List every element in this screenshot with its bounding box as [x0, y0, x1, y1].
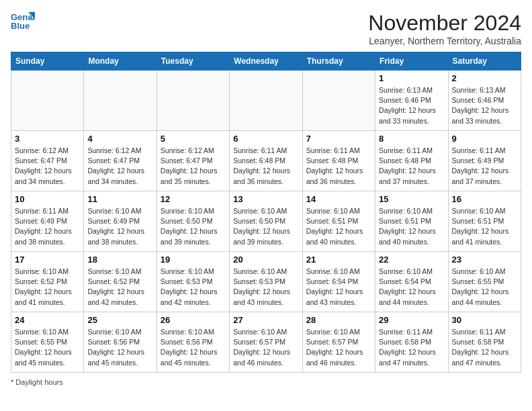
- day-number: 16: [452, 194, 517, 204]
- day-number: 6: [233, 134, 298, 144]
- column-header-wednesday: Wednesday: [230, 52, 302, 71]
- day-info: Sunrise: 6:10 AM Sunset: 6:55 PM Dayligh…: [452, 267, 517, 308]
- day-number: 19: [161, 255, 226, 265]
- day-cell: 29Sunrise: 6:11 AM Sunset: 6:58 PM Dayli…: [375, 312, 448, 373]
- column-header-tuesday: Tuesday: [157, 52, 229, 71]
- day-number: 13: [233, 194, 298, 204]
- day-cell: 9Sunrise: 6:11 AM Sunset: 6:49 PM Daylig…: [448, 131, 521, 191]
- day-number: 3: [15, 134, 80, 144]
- day-cell: 30Sunrise: 6:11 AM Sunset: 6:58 PM Dayli…: [448, 312, 521, 373]
- day-number: 25: [87, 315, 152, 325]
- day-info: Sunrise: 6:11 AM Sunset: 6:48 PM Dayligh…: [233, 146, 298, 187]
- day-number: 1: [379, 73, 444, 83]
- day-cell: 28Sunrise: 6:10 AM Sunset: 6:57 PM Dayli…: [302, 312, 375, 373]
- day-info: Sunrise: 6:12 AM Sunset: 6:47 PM Dayligh…: [87, 146, 152, 187]
- day-info: Sunrise: 6:10 AM Sunset: 6:52 PM Dayligh…: [15, 267, 80, 308]
- day-cell: 13Sunrise: 6:10 AM Sunset: 6:50 PM Dayli…: [230, 191, 302, 252]
- day-cell: 14Sunrise: 6:10 AM Sunset: 6:51 PM Dayli…: [302, 191, 375, 252]
- day-info: Sunrise: 6:10 AM Sunset: 6:52 PM Dayligh…: [87, 267, 152, 308]
- day-info: Sunrise: 6:10 AM Sunset: 6:50 PM Dayligh…: [161, 206, 226, 247]
- day-number: 9: [452, 134, 517, 144]
- week-row-4: 17Sunrise: 6:10 AM Sunset: 6:52 PM Dayli…: [11, 252, 521, 312]
- day-cell: [11, 71, 84, 131]
- day-info: Sunrise: 6:10 AM Sunset: 6:51 PM Dayligh…: [306, 206, 371, 247]
- title-section: November 2024 Leanyer, Northern Territor…: [368, 11, 521, 46]
- logo-icon: General Blue: [11, 11, 35, 31]
- footer-text: Daylight hours: [15, 378, 62, 386]
- day-cell: [157, 71, 229, 131]
- day-number: 29: [379, 315, 444, 325]
- day-info: Sunrise: 6:13 AM Sunset: 6:46 PM Dayligh…: [452, 85, 517, 126]
- day-cell: 27Sunrise: 6:10 AM Sunset: 6:57 PM Dayli…: [230, 312, 302, 373]
- day-info: Sunrise: 6:10 AM Sunset: 6:53 PM Dayligh…: [161, 267, 226, 308]
- column-header-friday: Friday: [375, 52, 448, 71]
- calendar-header-row: SundayMondayTuesdayWednesdayThursdayFrid…: [11, 52, 521, 71]
- day-cell: [302, 71, 375, 131]
- day-info: Sunrise: 6:10 AM Sunset: 6:53 PM Dayligh…: [233, 267, 298, 308]
- day-info: Sunrise: 6:13 AM Sunset: 6:46 PM Dayligh…: [379, 85, 444, 126]
- day-number: 18: [87, 255, 152, 265]
- calendar-body: 1Sunrise: 6:13 AM Sunset: 6:46 PM Daylig…: [11, 71, 521, 373]
- location-subtitle: Leanyer, Northern Territory, Australia: [368, 36, 521, 46]
- day-number: 22: [379, 255, 444, 265]
- day-info: Sunrise: 6:12 AM Sunset: 6:47 PM Dayligh…: [15, 146, 80, 187]
- day-cell: 4Sunrise: 6:12 AM Sunset: 6:47 PM Daylig…: [84, 131, 157, 191]
- day-number: 11: [87, 194, 152, 204]
- day-cell: 25Sunrise: 6:10 AM Sunset: 6:56 PM Dayli…: [84, 312, 157, 373]
- day-info: Sunrise: 6:10 AM Sunset: 6:54 PM Dayligh…: [379, 267, 444, 308]
- footer-note: * Daylight hours: [11, 378, 521, 386]
- day-cell: 22Sunrise: 6:10 AM Sunset: 6:54 PM Dayli…: [375, 252, 448, 312]
- week-row-3: 10Sunrise: 6:11 AM Sunset: 6:49 PM Dayli…: [11, 191, 521, 252]
- day-number: 17: [15, 255, 80, 265]
- day-cell: 26Sunrise: 6:10 AM Sunset: 6:56 PM Dayli…: [157, 312, 229, 373]
- day-number: 10: [15, 194, 80, 204]
- logo: General Blue: [11, 11, 35, 31]
- calendar-table: SundayMondayTuesdayWednesdayThursdayFrid…: [11, 52, 521, 373]
- day-cell: 8Sunrise: 6:11 AM Sunset: 6:48 PM Daylig…: [375, 131, 448, 191]
- day-cell: 21Sunrise: 6:10 AM Sunset: 6:54 PM Dayli…: [302, 252, 375, 312]
- day-cell: 18Sunrise: 6:10 AM Sunset: 6:52 PM Dayli…: [84, 252, 157, 312]
- week-row-2: 3Sunrise: 6:12 AM Sunset: 6:47 PM Daylig…: [11, 131, 521, 191]
- page-header: General Blue November 2024 Leanyer, Nort…: [11, 11, 521, 46]
- day-info: Sunrise: 6:10 AM Sunset: 6:54 PM Dayligh…: [306, 267, 371, 308]
- day-info: Sunrise: 6:12 AM Sunset: 6:47 PM Dayligh…: [161, 146, 226, 187]
- day-number: 8: [379, 134, 444, 144]
- day-cell: 1Sunrise: 6:13 AM Sunset: 6:46 PM Daylig…: [375, 71, 448, 131]
- svg-text:Blue: Blue: [11, 21, 30, 31]
- day-number: 14: [306, 194, 371, 204]
- day-number: 4: [87, 134, 152, 144]
- day-cell: 5Sunrise: 6:12 AM Sunset: 6:47 PM Daylig…: [157, 131, 229, 191]
- day-cell: 2Sunrise: 6:13 AM Sunset: 6:46 PM Daylig…: [448, 71, 521, 131]
- day-info: Sunrise: 6:11 AM Sunset: 6:49 PM Dayligh…: [452, 146, 517, 187]
- day-number: 30: [452, 315, 517, 325]
- day-info: Sunrise: 6:10 AM Sunset: 6:51 PM Dayligh…: [379, 206, 444, 247]
- day-cell: 12Sunrise: 6:10 AM Sunset: 6:50 PM Dayli…: [157, 191, 229, 252]
- day-cell: 23Sunrise: 6:10 AM Sunset: 6:55 PM Dayli…: [448, 252, 521, 312]
- day-info: Sunrise: 6:11 AM Sunset: 6:49 PM Dayligh…: [15, 206, 80, 247]
- day-number: 20: [233, 255, 298, 265]
- week-row-1: 1Sunrise: 6:13 AM Sunset: 6:46 PM Daylig…: [11, 71, 521, 131]
- day-cell: 15Sunrise: 6:10 AM Sunset: 6:51 PM Dayli…: [375, 191, 448, 252]
- day-cell: 24Sunrise: 6:10 AM Sunset: 6:55 PM Dayli…: [11, 312, 84, 373]
- month-title: November 2024: [368, 11, 521, 36]
- day-info: Sunrise: 6:10 AM Sunset: 6:57 PM Dayligh…: [233, 327, 298, 368]
- day-number: 26: [161, 315, 226, 325]
- column-header-monday: Monday: [84, 52, 157, 71]
- day-info: Sunrise: 6:10 AM Sunset: 6:50 PM Dayligh…: [233, 206, 298, 247]
- week-row-5: 24Sunrise: 6:10 AM Sunset: 6:55 PM Dayli…: [11, 312, 521, 373]
- day-number: 12: [161, 194, 226, 204]
- day-info: Sunrise: 6:10 AM Sunset: 6:56 PM Dayligh…: [87, 327, 152, 368]
- day-number: 24: [15, 315, 80, 325]
- day-number: 27: [233, 315, 298, 325]
- day-info: Sunrise: 6:11 AM Sunset: 6:48 PM Dayligh…: [379, 146, 444, 187]
- day-number: 21: [306, 255, 371, 265]
- day-number: 7: [306, 134, 371, 144]
- day-cell: 10Sunrise: 6:11 AM Sunset: 6:49 PM Dayli…: [11, 191, 84, 252]
- day-cell: 19Sunrise: 6:10 AM Sunset: 6:53 PM Dayli…: [157, 252, 229, 312]
- day-cell: 11Sunrise: 6:10 AM Sunset: 6:49 PM Dayli…: [84, 191, 157, 252]
- day-cell: 20Sunrise: 6:10 AM Sunset: 6:53 PM Dayli…: [230, 252, 302, 312]
- day-info: Sunrise: 6:11 AM Sunset: 6:58 PM Dayligh…: [379, 327, 444, 368]
- day-info: Sunrise: 6:11 AM Sunset: 6:48 PM Dayligh…: [306, 146, 371, 187]
- column-header-thursday: Thursday: [302, 52, 375, 71]
- day-cell: [230, 71, 302, 131]
